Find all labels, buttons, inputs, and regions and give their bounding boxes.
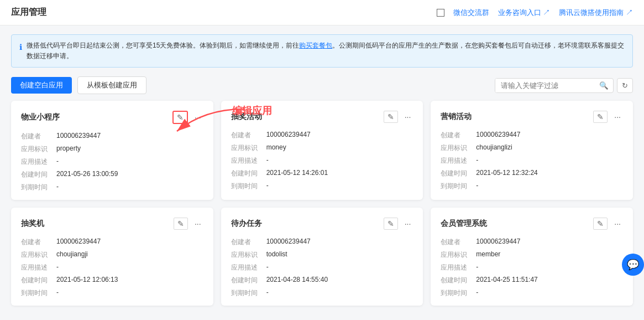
card-5-desc-value: - [266, 263, 413, 272]
card-1-expire-label: 到期时间 [21, 183, 52, 192]
header: 应用管理 微信交流群 业务咨询入口 ↗ 腾讯云微搭使用指南 ↗ [0, 0, 644, 25]
card-5-creator-value: 100006239447 [266, 238, 413, 247]
card-2-title: 抽奖活动 [231, 112, 262, 122]
card-1-edit-btn[interactable]: ✎ [172, 111, 188, 124]
card-4-edit-btn[interactable]: ✎ [174, 218, 188, 230]
card-1: 物业小程序 ✎ ··· 创建者 100006239447 应用标识 proper… [11, 101, 213, 200]
toolbar: 创建空白应用 从模板创建应用 🔍 ↻ [0, 76, 644, 101]
card-1-expire-value: - [56, 183, 203, 192]
card-6: 会员管理系统 ✎ ··· 创建者 100006239447 应用标识 membe… [431, 208, 633, 306]
card-5-appid-value: todolist [266, 250, 413, 260]
card-3-desc-value: - [476, 156, 623, 166]
cards-grid: 物业小程序 ✎ ··· 创建者 100006239447 应用标识 proper… [0, 101, 644, 317]
card-1-creator-value: 100006239447 [56, 132, 203, 141]
card-1-desc-value: - [56, 157, 203, 167]
card-4-more-btn[interactable]: ··· [192, 218, 203, 229]
header-links: 微信交流群 业务咨询入口 ↗ 腾讯云微搭使用指南 ↗ [437, 8, 633, 18]
card-2-created-value: 2021-05-12 14:26:01 [266, 169, 413, 178]
card-4-desc-value: - [56, 263, 203, 272]
card-5-header: 待办任务 ✎ ··· [231, 218, 413, 230]
card-5-more-btn[interactable]: ··· [402, 218, 413, 229]
card-6-appid-value: member [476, 250, 623, 260]
business-inquiry-link[interactable]: 业务咨询入口 ↗ [498, 8, 551, 18]
notice-bar: ℹ 微搭低代码平台即日起结束公测，您可享受15天免费体验。体验到期后，如需继续使… [11, 34, 633, 68]
card-6-info: 创建者 100006239447 应用标识 member 应用描述 - 创建时间… [441, 238, 623, 298]
card-6-created-value: 2021-04-25 11:51:47 [476, 276, 623, 285]
card-3-info: 创建者 100006239447 应用标识 choujianglizi 应用描述… [441, 131, 623, 191]
card-2-desc-value: - [266, 156, 413, 166]
card-3-appid-value: choujianglizi [476, 143, 623, 153]
card-2-actions: ✎ ··· [384, 111, 413, 123]
card-1-actions: ✎ ··· [172, 111, 203, 124]
card-2-header: 抽奖活动 ✎ ··· [231, 111, 413, 123]
cards-container: 编辑应用 物业小程序 ✎ ··· 创建者 100006239447 应用标识 p… [0, 101, 644, 317]
card-5-title: 待办任务 [231, 219, 262, 229]
purchase-link[interactable]: 购买套餐包 [299, 42, 332, 49]
card-5-actions: ✎ ··· [384, 218, 413, 230]
create-blank-btn[interactable]: 创建空白应用 [11, 77, 72, 94]
card-1-appid-value: property [56, 144, 203, 154]
card-3-actions: ✎ ··· [593, 111, 623, 123]
card-4-actions: ✎ ··· [174, 218, 203, 230]
card-2-info: 创建者 100006239447 应用标识 money 应用描述 - 创建时间 … [231, 131, 413, 191]
card-4-expire-value: - [56, 288, 203, 298]
card-1-info: 创建者 100006239447 应用标识 property 应用描述 - 创建… [21, 132, 203, 192]
search-area: 🔍 ↻ [495, 78, 633, 93]
card-1-creator-label: 创建者 [21, 132, 52, 141]
card-6-title: 会员管理系统 [441, 219, 487, 229]
card-1-created-label: 创建时间 [21, 170, 52, 179]
card-3-more-btn[interactable]: ··· [612, 111, 623, 122]
card-6-expire-value: - [476, 288, 623, 298]
card-1-desc-label: 应用描述 [21, 157, 52, 167]
card-3-expire-value: - [476, 182, 623, 191]
card-2-creator-value: 100006239447 [266, 131, 413, 140]
card-1-created-value: 2021-05-26 13:00:59 [56, 170, 203, 179]
card-3: 营销活动 ✎ ··· 创建者 100006239447 应用标识 choujia… [431, 101, 633, 200]
card-2: 抽奖活动 ✎ ··· 创建者 100006239447 应用标识 money 应… [221, 101, 423, 200]
card-2-edit-btn[interactable]: ✎ [384, 111, 398, 123]
card-4-info: 创建者 100006239447 应用标识 choujiangji 应用描述 -… [21, 238, 203, 298]
card-4-created-value: 2021-05-12 12:06:13 [56, 276, 203, 285]
card-2-expire-value: - [266, 182, 413, 191]
page-title: 应用管理 [11, 7, 46, 18]
card-6-creator-value: 100006239447 [476, 238, 623, 247]
card-3-header: 营销活动 ✎ ··· [441, 111, 623, 123]
card-6-actions: ✎ ··· [593, 218, 623, 230]
card-6-edit-btn[interactable]: ✎ [593, 218, 608, 230]
qr-icon [437, 9, 444, 17]
card-2-appid-value: money [266, 143, 413, 153]
card-3-title: 营销活动 [441, 112, 472, 122]
support-btn[interactable]: 💬 [622, 254, 644, 276]
card-4-title: 抽奖机 [21, 219, 44, 229]
card-6-more-btn[interactable]: ··· [612, 218, 623, 229]
card-5: 待办任务 ✎ ··· 创建者 100006239447 应用标识 todolis… [221, 208, 423, 306]
card-3-created-value: 2021-05-12 12:32:24 [476, 169, 623, 178]
card-3-creator-value: 100006239447 [476, 131, 623, 140]
card-1-header: 物业小程序 ✎ ··· [21, 111, 203, 124]
card-6-desc-value: - [476, 263, 623, 272]
card-1-more-btn[interactable]: ··· [192, 112, 203, 123]
toolbar-left: 创建空白应用 从模板创建应用 [11, 76, 146, 94]
notice-text: 微搭低代码平台即日起结束公测，您可享受15天免费体验。体验到期后，如需继续使用，… [27, 40, 625, 61]
card-5-info: 创建者 100006239447 应用标识 todolist 应用描述 - 创建… [231, 238, 413, 298]
card-3-edit-btn[interactable]: ✎ [593, 111, 608, 123]
card-1-title: 物业小程序 [21, 112, 60, 122]
card-2-more-btn[interactable]: ··· [402, 111, 413, 122]
card-4-creator-value: 100006239447 [56, 238, 203, 247]
search-box: 🔍 [495, 78, 614, 93]
card-5-created-value: 2021-04-28 14:55:40 [266, 276, 413, 285]
usage-guide-link[interactable]: 腾讯云微搭使用指南 ↗ [559, 8, 633, 18]
card-4-header: 抽奖机 ✎ ··· [21, 218, 203, 230]
create-template-btn[interactable]: 从模板创建应用 [77, 76, 146, 94]
search-btn[interactable]: 🔍 [595, 79, 613, 92]
card-6-header: 会员管理系统 ✎ ··· [441, 218, 623, 230]
card-1-appid-label: 应用标识 [21, 144, 52, 154]
card-4-appid-value: choujiangji [56, 250, 203, 260]
card-5-expire-value: - [266, 288, 413, 298]
search-input[interactable] [495, 79, 595, 92]
info-icon: ℹ [19, 41, 22, 53]
refresh-btn[interactable]: ↻ [617, 78, 633, 93]
card-4: 抽奖机 ✎ ··· 创建者 100006239447 应用标识 choujian… [11, 208, 213, 306]
wechat-group-link[interactable]: 微信交流群 [453, 8, 489, 18]
card-5-edit-btn[interactable]: ✎ [384, 218, 398, 230]
